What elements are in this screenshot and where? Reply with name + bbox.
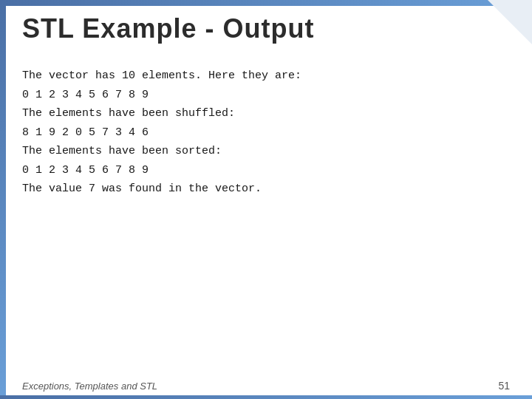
code-line: 0 1 2 3 4 5 6 7 8 9 bbox=[22, 86, 510, 105]
bottom-accent-bar bbox=[0, 395, 532, 399]
top-accent-bar bbox=[0, 0, 532, 6]
page-number: 51 bbox=[498, 380, 510, 392]
code-line: The elements have been sorted: bbox=[22, 142, 510, 161]
code-line: 8 1 9 2 0 5 7 3 4 6 bbox=[22, 123, 510, 143]
slide: STL Example - Output The vector has 10 e… bbox=[0, 0, 532, 399]
code-line: The value 7 was found in the vector. bbox=[22, 180, 510, 199]
content-area: The vector has 10 elements. Here they ar… bbox=[22, 66, 510, 362]
code-line: The elements have been shuffled: bbox=[22, 104, 510, 123]
footer: Exceptions, Templates and STL 51 bbox=[22, 380, 510, 392]
left-accent-bar bbox=[0, 0, 6, 399]
slide-title: STL Example - Output bbox=[22, 13, 517, 44]
title-area: STL Example - Output bbox=[22, 13, 517, 44]
code-line: 0 1 2 3 4 5 6 7 8 9 bbox=[22, 161, 510, 180]
footer-text: Exceptions, Templates and STL bbox=[22, 381, 157, 392]
code-block: The vector has 10 elements. Here they ar… bbox=[22, 66, 510, 199]
code-line: The vector has 10 elements. Here they ar… bbox=[22, 66, 510, 86]
